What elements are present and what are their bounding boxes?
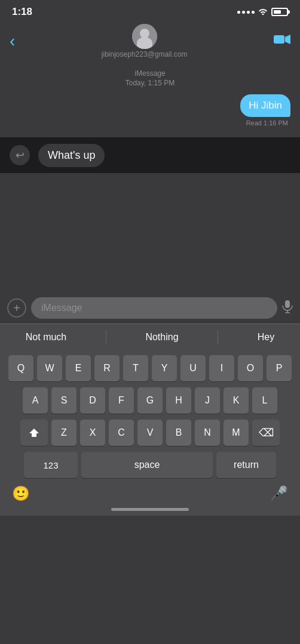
key-o[interactable]: O [238,355,263,381]
key-t[interactable]: T [123,355,148,381]
mic-button[interactable] [282,300,293,316]
message-placeholder: iMessage [41,303,82,313]
space-key[interactable]: space [81,452,213,478]
nav-bar: ‹ jibinjoseph223@gmail.com [0,21,300,63]
key-w[interactable]: W [37,355,62,381]
numbers-key[interactable]: 123 [24,452,78,478]
key-f[interactable]: F [109,387,134,414]
key-j[interactable]: J [195,387,220,414]
delete-key[interactable]: ⌫ [252,420,280,446]
outgoing-bubble[interactable]: Hi Jibin [240,94,290,117]
svg-marker-5 [29,429,39,437]
status-time: 1:18 [12,6,32,18]
key-r[interactable]: R [94,355,120,381]
home-bar [111,508,189,511]
time-label: Today, 1:15 PM [10,79,290,87]
reply-icon-container: ↩ [10,145,30,165]
chat-empty-area [0,173,300,292]
key-y[interactable]: Y [152,355,177,381]
key-a[interactable]: A [23,387,48,414]
video-call-button[interactable] [274,33,290,49]
predict-word-1[interactable]: Not much [14,332,78,343]
keyboard-row-4: 123 space return [2,452,298,478]
service-label: iMessage [10,69,290,78]
key-b[interactable]: B [166,420,191,446]
reply-banner[interactable]: ↩ What's up [0,137,300,173]
svg-rect-0 [274,35,284,44]
status-icons [237,7,288,17]
status-bar: 1:18 [0,0,300,21]
add-button[interactable]: + [7,298,26,318]
predictive-bar: Not much Nothing Hey [0,323,300,350]
input-bar: + iMessage [0,292,300,323]
outgoing-message-row: Hi Jibin [10,94,290,117]
avatar[interactable] [132,24,157,49]
shift-key[interactable] [20,420,48,446]
mic-bottom-button[interactable]: 🎤 [270,485,288,502]
reply-arrow-icon: ↩ [16,149,25,162]
key-d[interactable]: D [80,387,105,414]
key-e[interactable]: E [66,355,91,381]
keyboard-row-3: Z X C V B N M ⌫ [2,420,298,446]
back-button[interactable]: ‹ [10,32,15,51]
key-v[interactable]: V [137,420,163,446]
keyboard-row-1: Q W E R T Y U I O P [2,355,298,381]
key-z[interactable]: Z [51,420,76,446]
battery-icon [271,8,288,16]
key-g[interactable]: G [137,387,163,414]
home-indicator [0,504,300,516]
contact-email[interactable]: jibinjoseph223@gmail.com [102,50,188,58]
keyboard: Q W E R T Y U I O P A S D F G H J K L Z … [0,350,300,480]
svg-rect-2 [285,300,290,308]
svg-marker-1 [285,35,290,44]
wifi-icon [258,7,268,17]
key-n[interactable]: N [195,420,220,446]
key-k[interactable]: K [224,387,249,414]
predict-word-3[interactable]: Hey [246,332,286,343]
keyboard-row-2: A S D F G H J K L [2,387,298,414]
key-c[interactable]: C [109,420,134,446]
key-h[interactable]: H [166,387,191,414]
contact-info: jibinjoseph223@gmail.com [102,24,188,58]
messages-area: iMessage Today, 1:15 PM Hi Jibin Read 1:… [0,63,300,137]
return-key[interactable]: return [216,452,276,478]
key-p[interactable]: P [267,355,292,381]
bottom-bar: 🙂 🎤 [0,480,300,504]
message-input[interactable]: iMessage [31,297,277,319]
read-status: Read 1:16 PM [10,119,290,127]
key-q[interactable]: Q [8,355,33,381]
key-i[interactable]: I [209,355,234,381]
signal-dots-icon [237,11,255,14]
reply-bubble: What's up [38,144,105,167]
key-u[interactable]: U [180,355,206,381]
key-l[interactable]: L [252,387,277,414]
key-s[interactable]: S [51,387,76,414]
predict-word-2[interactable]: Nothing [133,332,190,343]
key-m[interactable]: M [224,420,249,446]
key-x[interactable]: X [80,420,105,446]
emoji-button[interactable]: 🙂 [12,485,30,502]
